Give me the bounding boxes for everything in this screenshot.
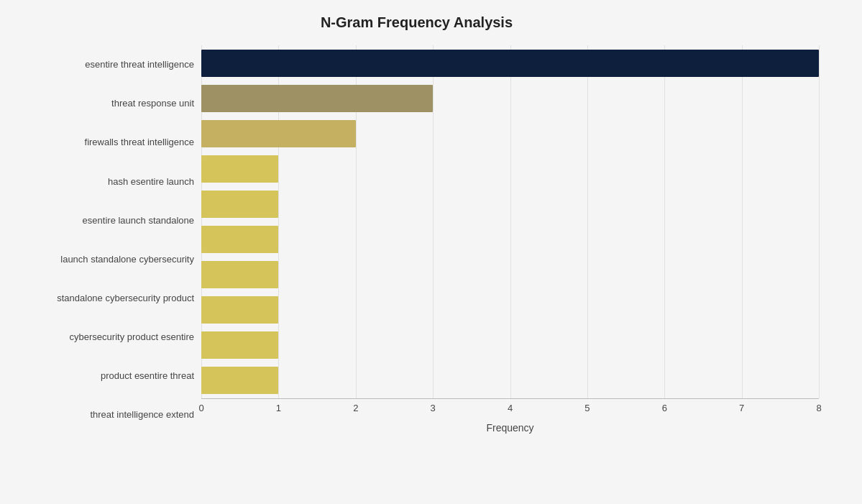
y-label: threat intelligence extend: [14, 395, 194, 434]
chart-title: N-Gram Frequency Analysis: [14, 14, 819, 31]
y-label: product esentire threat: [14, 357, 194, 395]
y-label: esentire threat intelligence: [14, 45, 194, 84]
bars-area: [201, 45, 819, 398]
x-tick: 7: [739, 403, 744, 413]
x-ticks: 012345678: [201, 398, 819, 416]
x-tick: 4: [508, 403, 513, 413]
bar-row: [201, 45, 819, 81]
bars-and-x: 012345678 Frequency: [201, 45, 819, 434]
chart-area: esentire threat intelligencethreat respo…: [14, 45, 819, 434]
chart-container: N-Gram Frequency Analysis esentire threa…: [0, 0, 862, 504]
y-label: esentire launch standalone: [14, 201, 194, 239]
bar: [201, 331, 278, 359]
bar-row: [201, 186, 819, 221]
y-label: firewalls threat intelligence: [14, 123, 194, 162]
x-tick: 3: [431, 403, 436, 413]
bar: [201, 191, 278, 218]
bar-row: [201, 81, 819, 116]
bar-row: [201, 328, 819, 363]
bar-row: [201, 221, 819, 257]
bars-column: [201, 45, 819, 398]
y-label: hash esentire launch: [14, 162, 194, 201]
x-tick: 0: [198, 403, 203, 413]
y-axis: esentire threat intelligencethreat respo…: [14, 45, 201, 434]
y-label: standalone cybersecurity product: [14, 279, 194, 318]
x-tick: 6: [662, 403, 667, 413]
bar: [201, 85, 433, 112]
bar-row: [201, 151, 819, 186]
bar: [201, 155, 278, 183]
bar: [201, 261, 278, 288]
x-tick: 1: [276, 403, 281, 413]
bar: [201, 50, 819, 77]
x-tick: 2: [353, 403, 358, 413]
x-tick: 5: [584, 403, 590, 413]
grid-line: [819, 45, 820, 398]
bar: [201, 296, 278, 324]
bar-row: [201, 293, 819, 328]
y-label: cybersecurity product esentire: [14, 318, 194, 357]
bar-row: [201, 116, 819, 151]
bar: [201, 120, 356, 147]
x-tick: 8: [816, 403, 821, 413]
y-label: launch standalone cybersecurity: [14, 239, 194, 278]
x-axis: 012345678 Frequency: [201, 398, 819, 434]
x-axis-label: Frequency: [201, 422, 819, 434]
bar: [201, 226, 278, 253]
bar-row: [201, 363, 819, 398]
bar-row: [201, 257, 819, 293]
y-label: threat response unit: [14, 84, 194, 123]
bar: [201, 367, 278, 394]
